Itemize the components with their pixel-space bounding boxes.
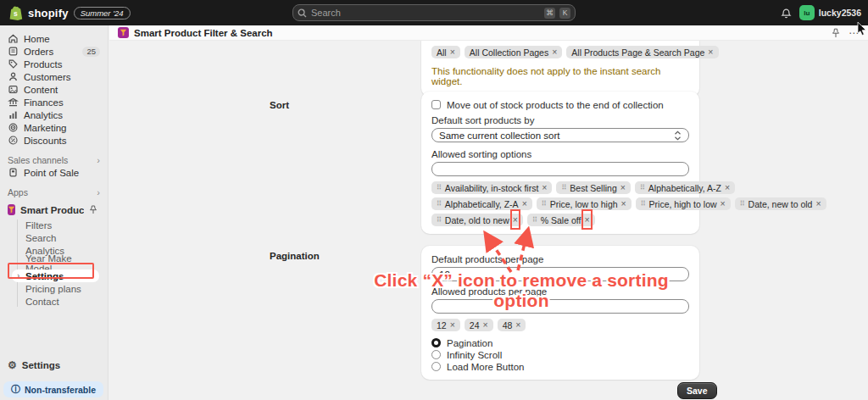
remove-sorting-icon[interactable]: × <box>522 199 527 208</box>
sidebar-item-year-make-model[interactable]: Year Make Model <box>12 257 99 269</box>
remove-tag-icon[interactable]: × <box>450 47 455 57</box>
radio-infinity-scroll[interactable]: Infinity Scroll <box>431 350 689 359</box>
global-search-input[interactable]: Search ⌘ K <box>292 4 576 21</box>
products-icon <box>8 58 19 69</box>
finances-icon <box>8 97 19 108</box>
k-key-badge: K <box>559 8 570 19</box>
sidebar-item-point-of-sale[interactable]: Point of Sale <box>3 166 104 179</box>
remove-tag-icon[interactable]: × <box>450 320 455 330</box>
sorting-option-tag[interactable]: ⠿ % Sale off × <box>527 214 595 226</box>
allowed-per-page-label: Allowed products per page <box>431 286 689 297</box>
sidebar-item-contact[interactable]: Contact <box>12 295 99 308</box>
radio-button[interactable] <box>431 350 441 359</box>
notification-bell-icon[interactable] <box>781 7 792 19</box>
remove-sorting-icon[interactable]: × <box>725 183 730 192</box>
per-page-tag[interactable]: 12 × <box>431 319 460 331</box>
remove-sorting-icon[interactable]: × <box>620 183 626 192</box>
sorting-option-tag[interactable]: ⠿ Date, old to new × <box>431 214 523 226</box>
scope-tag[interactable]: All Products Page & Search Page × <box>566 46 718 58</box>
sorting-option-tag[interactable]: ⠿ Availability, in-stock first × <box>431 181 552 194</box>
remove-sorting-icon-highlighted[interactable]: × <box>513 215 518 225</box>
sidebar-item-content[interactable]: Content <box>3 83 104 96</box>
user-menu[interactable]: lu lucky2536 <box>799 5 861 20</box>
sorting-option-tag[interactable]: ⠿ Alphabetically, A-Z × <box>635 181 735 194</box>
remove-sorting-icon[interactable]: × <box>542 183 547 192</box>
remove-tag-icon[interactable]: × <box>515 320 520 330</box>
app-funnel-icon <box>118 27 129 38</box>
sorting-option-tag[interactable]: ⠿ Alphabetically, Z-A × <box>431 197 532 210</box>
allowed-sorting-input[interactable] <box>431 162 689 176</box>
remove-sorting-icon[interactable]: × <box>815 199 821 208</box>
app-header: Smart Product Filter & Search ⋯ <box>109 25 868 41</box>
sidebar-item-pricing-plans[interactable]: Pricing plans <box>12 282 99 295</box>
pin-icon[interactable] <box>89 205 100 214</box>
sidebar-item-app-settings[interactable]: › Settings <box>12 269 99 282</box>
drag-handle-icon[interactable]: ⠿ <box>641 201 646 208</box>
sidebar-item-settings[interactable]: ⚙ Settings <box>3 358 103 372</box>
remove-sorting-icon-highlighted[interactable]: × <box>584 215 589 225</box>
allowed-per-page-input[interactable] <box>431 299 689 314</box>
shopify-logo[interactable]: s shopify Summer '24 <box>8 5 131 20</box>
sidebar-item-filters[interactable]: Filters <box>12 219 99 231</box>
radio-load-more[interactable]: Load More Button <box>431 362 689 371</box>
drag-handle-icon[interactable]: ⠿ <box>740 201 745 208</box>
drag-handle-icon[interactable]: ⠿ <box>532 217 537 224</box>
pagination-card: Default products per page Allowed produc… <box>421 246 699 380</box>
per-page-tag[interactable]: 24 × <box>465 319 493 331</box>
sidebar-item-smart-product-filter[interactable]: Smart Product Filter &... <box>3 203 104 216</box>
more-icon[interactable]: ⋯ <box>849 27 860 39</box>
drag-handle-icon[interactable]: ⠿ <box>437 201 442 208</box>
per-page-tag[interactable]: 48 × <box>498 319 526 331</box>
out-of-stock-label: Move out of stock products to the end of… <box>447 100 664 110</box>
sales-channels-header[interactable]: Sales channels › <box>3 154 104 166</box>
page-title: Smart Product Filter & Search <box>134 28 273 38</box>
remove-sorting-icon[interactable]: × <box>721 199 726 208</box>
remove-tag-icon[interactable]: × <box>483 320 488 330</box>
out-of-stock-checkbox[interactable] <box>431 100 441 109</box>
chevron-right-icon: › <box>97 187 100 197</box>
radio-pagination[interactable]: Pagination <box>431 338 689 347</box>
save-button[interactable]: Save <box>677 382 717 399</box>
sidebar-item-marketing[interactable]: Marketing <box>3 121 104 134</box>
drag-handle-icon[interactable]: ⠿ <box>437 217 442 224</box>
drag-handle-icon[interactable]: ⠿ <box>640 185 645 192</box>
sort-section-label: Sort <box>270 100 289 110</box>
pin-icon[interactable] <box>832 28 840 38</box>
pos-icon <box>8 167 19 178</box>
marketing-icon <box>8 122 19 133</box>
sidebar-item-products[interactable]: Products <box>3 58 104 70</box>
radio-button-selected[interactable] <box>431 338 441 347</box>
sidebar-item-analytics[interactable]: Analytics <box>3 108 104 121</box>
remove-tag-icon[interactable]: × <box>708 47 713 57</box>
active-chevron-icon: › <box>17 271 19 281</box>
sorting-option-tag[interactable]: ⠿ Price, high to low × <box>636 197 731 210</box>
sorting-option-tag[interactable]: ⠿ Price, low to high × <box>537 197 632 210</box>
sidebar-item-orders[interactable]: Orders 25 <box>3 45 104 58</box>
scope-tag[interactable]: All Collection Pages × <box>465 46 563 58</box>
scope-tag[interactable]: All × <box>431 46 460 58</box>
sidebar-item-finances[interactable]: Finances <box>3 96 104 108</box>
apps-header[interactable]: Apps › <box>3 186 104 198</box>
remove-tag-icon[interactable]: × <box>552 47 557 57</box>
sidebar-item-discounts[interactable]: Discounts <box>3 134 104 147</box>
sidebar-item-search[interactable]: Search <box>12 231 99 244</box>
default-per-page-input[interactable] <box>431 267 689 281</box>
sorting-option-tag[interactable]: ⠿ Best Selling × <box>556 181 630 194</box>
avatar: lu <box>799 5 815 20</box>
edition-badge[interactable]: Summer '24 <box>74 7 131 19</box>
shopify-bag-icon: s <box>8 5 23 20</box>
logo-wordmark: shopify <box>28 7 69 19</box>
orders-count-badge: 25 <box>82 47 100 57</box>
radio-button[interactable] <box>431 362 441 371</box>
remove-sorting-icon[interactable]: × <box>621 199 626 208</box>
sidebar-item-customers[interactable]: Customers <box>3 70 104 83</box>
default-sort-select[interactable]: Same current collection sort <box>431 128 689 142</box>
drag-handle-icon[interactable]: ⠿ <box>561 185 566 192</box>
svg-text:s: s <box>14 9 18 18</box>
sorting-option-tag[interactable]: ⠿ Date, new to old × <box>735 197 826 210</box>
select-caret-icon <box>674 131 682 141</box>
non-transferable-badge[interactable]: ⓘ Non-transferable <box>3 381 103 397</box>
drag-handle-icon[interactable]: ⠿ <box>542 201 547 208</box>
drag-handle-icon[interactable]: ⠿ <box>437 185 442 192</box>
sidebar-item-home[interactable]: Home <box>3 32 104 45</box>
